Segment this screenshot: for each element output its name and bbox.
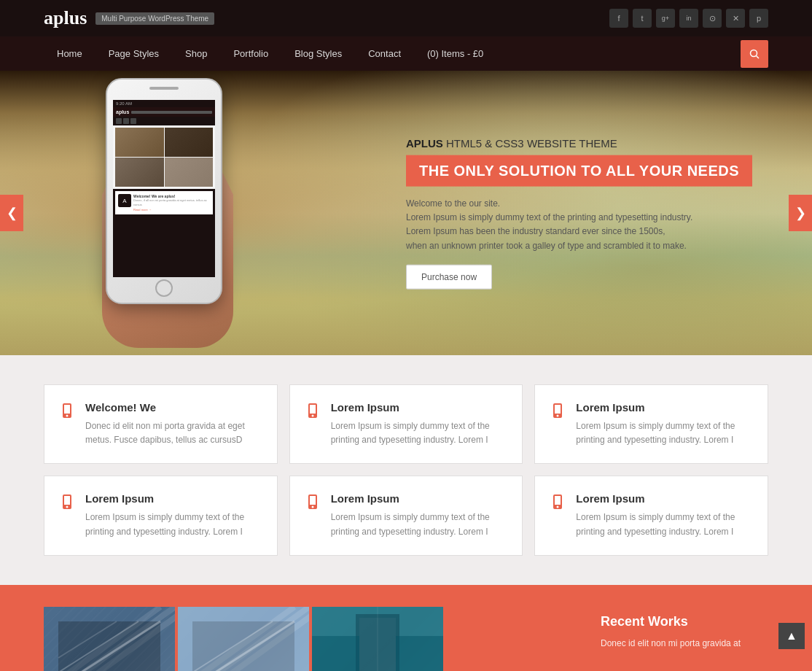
recent-works-info: Recent Works Donec id elit non mi porta … <box>586 607 768 671</box>
feature-card-6-text: Lorem Ipsum is simply dummy text of the … <box>576 511 753 538</box>
svg-point-19 <box>557 506 559 508</box>
phone-social-row <box>113 117 215 125</box>
svg-rect-15 <box>310 496 316 505</box>
feature-card-5-content: Lorem Ipsum Lorem Ipsum is simply dummy … <box>331 492 508 538</box>
logo-area: aplus Multi Purpose WordPress Theme <box>44 7 214 29</box>
work-thumb-3 <box>312 607 443 671</box>
svg-point-13 <box>66 506 69 508</box>
feature-card-5-text: Lorem Ipsum is simply dummy text of the … <box>331 511 508 538</box>
hero-next-button[interactable]: ❯ <box>789 195 812 231</box>
purchase-button[interactable]: Purchase now <box>406 264 492 289</box>
feature-card-3-text: Lorem Ipsum is simply dummy text of the … <box>576 419 753 447</box>
phone-card-desc: Donec, if all non mi porta gravida at eg… <box>133 198 210 206</box>
feature-card-1: Welcome! We Donec id elit non mi porta g… <box>44 384 278 464</box>
svg-point-10 <box>557 415 559 417</box>
facebook-icon[interactable]: f <box>609 9 628 28</box>
search-button[interactable] <box>741 40 768 68</box>
hero-section: ❮ ❯ 9:20 AM aplus <box>0 71 812 355</box>
feature-icon-3 <box>550 403 566 423</box>
nav-portfolio[interactable]: Portfolio <box>220 36 281 71</box>
svg-point-16 <box>311 506 313 508</box>
googleplus-icon[interactable]: g+ <box>656 9 675 28</box>
feature-card-4: Lorem Ipsum Lorem Ipsum is simply dummy … <box>44 476 278 555</box>
logo: aplus <box>44 7 87 29</box>
feature-icon-6 <box>550 494 566 514</box>
pinterest-icon[interactable]: p <box>749 9 768 28</box>
phone-nav: aplus <box>113 107 215 117</box>
feature-card-1-text: Donec id elit non mi porta gravida at eg… <box>85 419 262 447</box>
hero-desc-line-4: when an unknown printer took a galley of… <box>406 238 752 252</box>
recent-works-images: ❮ ❯ <box>44 607 586 671</box>
phone-time: 9:20 AM <box>116 101 132 106</box>
nav-page-styles[interactable]: Page Styles <box>95 36 172 71</box>
phone-social-3 <box>130 118 136 124</box>
svg-point-4 <box>66 415 69 417</box>
work-thumb-2: ❮ ❯ <box>178 607 309 671</box>
feature-card-4-title: Lorem Ipsum <box>85 492 262 505</box>
phone-body: 9:20 AM aplus <box>106 78 222 304</box>
feature-card-4-content: Lorem Ipsum Lorem Ipsum is simply dummy … <box>85 492 262 538</box>
feature-card-3-title: Lorem Ipsum <box>576 401 753 414</box>
feature-card-2-title: Lorem Ipsum <box>331 401 508 414</box>
nav-shop[interactable]: Shop <box>172 36 220 71</box>
recent-works-title: Recent Works <box>601 614 754 629</box>
hero-title: THE ONLY SOLUTION TO ALL YOUR NEEDS <box>406 155 752 187</box>
linkedin-icon[interactable]: in <box>679 9 698 28</box>
phone-grid-item-2 <box>165 128 214 157</box>
phone-card-icon: A <box>118 194 131 207</box>
svg-rect-32 <box>192 621 294 671</box>
xing-icon[interactable]: ✕ <box>726 9 745 28</box>
hero-desc-line-1: Welcome to the our site. <box>406 197 752 211</box>
phone-card: A Welcome! We are aplus! Donec, if all n… <box>115 191 213 214</box>
feature-icon-5 <box>305 494 321 514</box>
hero-subtitle: APLUS HTML5 & CSS3 WEBSITE THEME <box>406 137 752 150</box>
logo-tagline: Multi Purpose WordPress Theme <box>95 12 214 25</box>
hero-subtitle-bold: APLUS <box>406 137 443 150</box>
phone-social-2 <box>123 118 129 124</box>
feature-card-6: Lorem Ipsum Lorem Ipsum is simply dummy … <box>534 476 768 555</box>
phone-screen-header: 9:20 AM <box>113 100 215 107</box>
feature-card-5: Lorem Ipsum Lorem Ipsum is simply dummy … <box>289 476 523 555</box>
feature-card-6-content: Lorem Ipsum Lorem Ipsum is simply dummy … <box>576 492 753 538</box>
feature-card-2: Lorem Ipsum Lorem Ipsum is simply dummy … <box>289 384 523 464</box>
nav-blog-styles[interactable]: Blog Styles <box>281 36 355 71</box>
svg-point-0 <box>751 50 757 56</box>
feature-card-4-text: Lorem Ipsum is simply dummy text of the … <box>85 511 262 538</box>
features-grid: Welcome! We Donec id elit non mi porta g… <box>44 384 768 556</box>
feature-card-3: Lorem Ipsum Lorem Ipsum is simply dummy … <box>534 384 768 464</box>
phone-logo: aplus <box>116 109 129 115</box>
hero-content: APLUS HTML5 & CSS3 WEBSITE THEME THE ONL… <box>406 137 752 290</box>
scroll-to-top-button[interactable]: ▲ <box>778 623 805 649</box>
phone-speaker <box>149 87 179 90</box>
svg-rect-3 <box>64 405 70 414</box>
features-section: Welcome! We Donec id elit non mi porta g… <box>0 355 812 585</box>
twitter-icon[interactable]: t <box>633 9 652 28</box>
hero-subtitle-rest: HTML5 & CSS3 WEBSITE THEME <box>443 137 617 150</box>
svg-line-1 <box>757 55 760 58</box>
svg-point-7 <box>311 415 313 417</box>
nav-home[interactable]: Home <box>44 36 95 71</box>
feature-icon-1 <box>59 403 75 423</box>
feature-card-1-content: Welcome! We Donec id elit non mi porta g… <box>85 401 262 447</box>
recent-works-desc: Donec id elit non mi porta gravida at <box>601 637 754 651</box>
phone-read-more: Read more → <box>133 208 210 212</box>
phone-home-button <box>155 279 173 297</box>
feature-card-2-text: Lorem Ipsum is simply dummy text of the … <box>331 419 508 447</box>
recent-works-section: ❮ ❯ Recent Works Donec id elit non mi po… <box>0 585 812 671</box>
navbar: Home Page Styles Shop Portfolio Blog Sty… <box>0 36 812 71</box>
nav-contact[interactable]: Contact <box>355 36 414 71</box>
phone-grid-item-3 <box>115 158 164 187</box>
feature-icon-4 <box>59 494 75 514</box>
header-top: aplus Multi Purpose WordPress Theme f t … <box>0 0 812 36</box>
feature-card-5-title: Lorem Ipsum <box>331 492 508 505</box>
phone-tagline-bar <box>131 111 212 114</box>
hero-prev-button[interactable]: ❮ <box>0 195 23 231</box>
github-icon[interactable]: ⊙ <box>703 9 722 28</box>
phone-grid-item-4 <box>165 158 214 187</box>
work-thumb-1 <box>44 607 175 671</box>
nav-links: Home Page Styles Shop Portfolio Blog Sty… <box>44 36 496 71</box>
nav-cart[interactable]: (0) Items - £0 <box>414 36 496 71</box>
social-icons: f t g+ in ⊙ ✕ p <box>609 9 768 28</box>
svg-rect-6 <box>310 405 316 414</box>
phone-social-1 <box>116 118 122 124</box>
